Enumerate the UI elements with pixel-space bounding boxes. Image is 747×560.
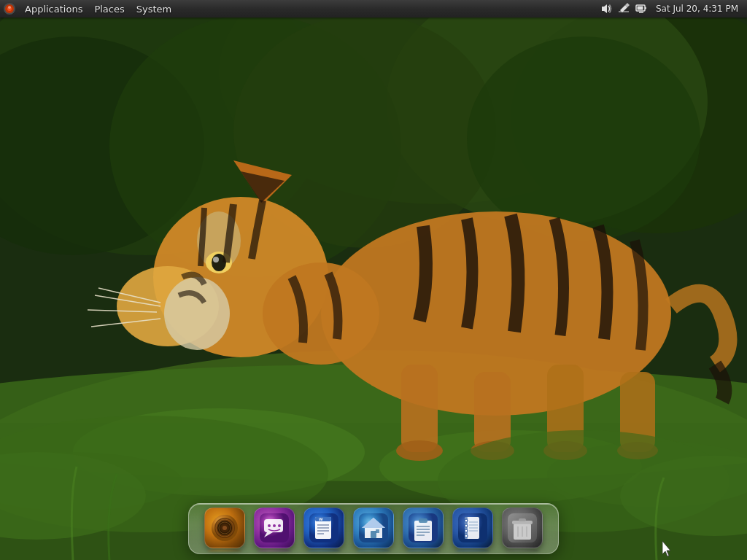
svg-point-23 bbox=[213, 257, 219, 262]
dock: W bbox=[188, 499, 559, 554]
dock-item-trash[interactable] bbox=[499, 505, 546, 551]
dock-item-pidgin[interactable] bbox=[251, 505, 298, 551]
svg-point-64 bbox=[273, 524, 276, 527]
svg-point-90 bbox=[465, 524, 468, 527]
svg-rect-30 bbox=[401, 365, 438, 452]
svg-point-92 bbox=[465, 534, 468, 537]
system-menu[interactable]: System bbox=[131, 0, 177, 18]
dock-item-speaker[interactable] bbox=[201, 505, 248, 551]
applications-menu[interactable]: Applications bbox=[19, 0, 88, 18]
svg-point-65 bbox=[278, 524, 281, 527]
places-menu[interactable]: Places bbox=[88, 0, 130, 18]
svg-point-91 bbox=[465, 529, 468, 532]
svg-point-89 bbox=[465, 519, 468, 522]
dock-item-notes[interactable] bbox=[449, 505, 496, 551]
svg-point-63 bbox=[268, 524, 271, 527]
desktop: Applications Places System bbox=[0, 0, 747, 560]
svg-rect-48 bbox=[619, 11, 629, 12]
dock-item-writer[interactable]: W bbox=[301, 505, 347, 551]
svg-point-57 bbox=[222, 526, 227, 530]
writer-icon: W bbox=[303, 508, 344, 548]
svg-point-34 bbox=[396, 440, 443, 461]
svg-point-8 bbox=[467, 36, 700, 241]
svg-rect-100 bbox=[519, 518, 526, 521]
svg-rect-78 bbox=[376, 529, 379, 533]
svg-rect-80 bbox=[414, 521, 432, 541]
svg-rect-81 bbox=[419, 518, 427, 523]
svg-rect-77 bbox=[371, 531, 376, 538]
panel-right: Sat Jul 20, 4:31 PM bbox=[599, 0, 747, 18]
panel-left: Applications Places System bbox=[0, 0, 177, 18]
svg-rect-68 bbox=[315, 517, 331, 521]
clipboard-icon bbox=[403, 508, 444, 548]
dock-item-documents[interactable] bbox=[400, 505, 446, 551]
svg-marker-47 bbox=[602, 4, 607, 13]
svg-point-38 bbox=[263, 262, 379, 365]
svg-point-46 bbox=[8, 6, 11, 9]
svg-rect-50 bbox=[645, 7, 646, 9]
svg-rect-51 bbox=[637, 7, 643, 10]
home-icon bbox=[353, 508, 394, 548]
battery-icon[interactable] bbox=[634, 1, 649, 16]
svg-text:W: W bbox=[319, 517, 323, 521]
dock-item-home[interactable] bbox=[350, 505, 397, 551]
notes-icon bbox=[452, 508, 493, 548]
speaker-icon bbox=[204, 508, 245, 548]
top-panel: Applications Places System bbox=[0, 0, 747, 18]
pen-icon[interactable] bbox=[616, 1, 631, 16]
datetime-display[interactable]: Sat Jul 20, 4:31 PM bbox=[651, 4, 743, 14]
pidgin-icon bbox=[254, 508, 295, 548]
volume-icon[interactable] bbox=[599, 1, 614, 16]
trash-icon bbox=[502, 508, 543, 548]
gnome-logo-icon[interactable] bbox=[1, 1, 18, 17]
svg-point-19 bbox=[164, 277, 230, 350]
